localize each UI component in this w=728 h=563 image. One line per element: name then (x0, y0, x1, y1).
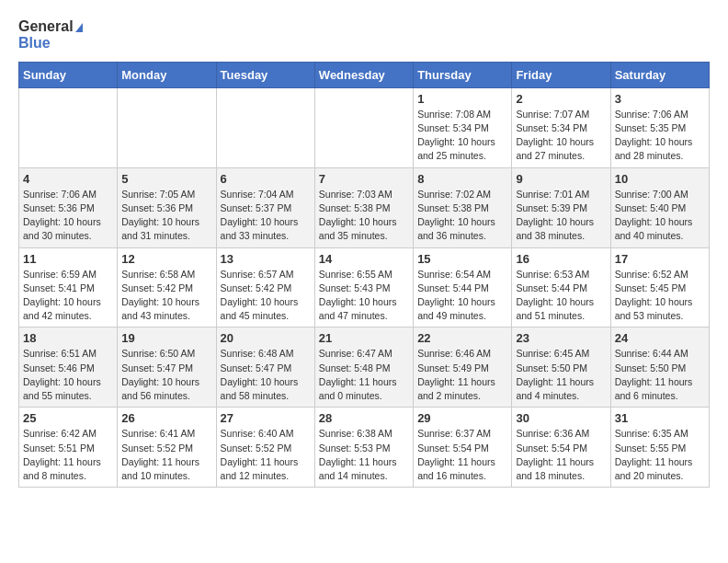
calendar-table: SundayMondayTuesdayWednesdayThursdayFrid… (18, 62, 710, 488)
column-header-saturday: Saturday (610, 62, 709, 87)
calendar-day-14: 14Sunrise: 6:55 AM Sunset: 5:43 PM Dayli… (314, 247, 413, 327)
day-number: 26 (121, 411, 211, 425)
column-header-wednesday: Wednesday (314, 62, 413, 87)
calendar-day-24: 24Sunrise: 6:44 AM Sunset: 5:50 PM Dayli… (610, 327, 709, 408)
day-info: Sunrise: 7:04 AM Sunset: 5:37 PM Dayligh… (221, 188, 311, 244)
column-header-tuesday: Tuesday (216, 62, 314, 87)
calendar-day-16: 16Sunrise: 6:53 AM Sunset: 5:44 PM Dayli… (512, 247, 610, 327)
calendar-day-11: 11Sunrise: 6:59 AM Sunset: 5:41 PM Dayli… (19, 247, 118, 327)
calendar-day-17: 17Sunrise: 6:52 AM Sunset: 5:45 PM Dayli… (610, 247, 709, 327)
calendar-day-7: 7Sunrise: 7:03 AM Sunset: 5:38 PM Daylig… (314, 167, 413, 247)
day-info: Sunrise: 6:52 AM Sunset: 5:45 PM Dayligh… (615, 268, 705, 324)
day-info: Sunrise: 6:59 AM Sunset: 5:41 PM Dayligh… (23, 268, 113, 324)
calendar-day-21: 21Sunrise: 6:47 AM Sunset: 5:48 PM Dayli… (314, 327, 413, 408)
day-info: Sunrise: 6:42 AM Sunset: 5:51 PM Dayligh… (23, 427, 113, 483)
day-info: Sunrise: 6:47 AM Sunset: 5:48 PM Dayligh… (319, 347, 409, 403)
calendar-day-13: 13Sunrise: 6:57 AM Sunset: 5:42 PM Dayli… (216, 247, 314, 327)
logo-general: General (18, 18, 83, 35)
logo: General Blue (18, 18, 83, 52)
calendar-day-29: 29Sunrise: 6:37 AM Sunset: 5:54 PM Dayli… (414, 408, 512, 488)
day-number: 10 (615, 172, 705, 186)
calendar-day-15: 15Sunrise: 6:54 AM Sunset: 5:44 PM Dayli… (414, 247, 512, 327)
calendar-day-28: 28Sunrise: 6:38 AM Sunset: 5:53 PM Dayli… (314, 408, 413, 488)
column-header-monday: Monday (118, 62, 216, 87)
day-info: Sunrise: 6:38 AM Sunset: 5:53 PM Dayligh… (319, 427, 409, 483)
calendar-day-5: 5Sunrise: 7:05 AM Sunset: 5:36 PM Daylig… (118, 167, 216, 247)
calendar-day-8: 8Sunrise: 7:02 AM Sunset: 5:38 PM Daylig… (414, 167, 512, 247)
day-number: 18 (23, 331, 113, 345)
calendar-day-20: 20Sunrise: 6:48 AM Sunset: 5:47 PM Dayli… (216, 327, 314, 408)
day-info: Sunrise: 7:03 AM Sunset: 5:38 PM Dayligh… (319, 188, 409, 244)
day-number: 8 (417, 172, 507, 186)
day-info: Sunrise: 7:08 AM Sunset: 5:34 PM Dayligh… (417, 108, 507, 164)
day-number: 16 (516, 252, 606, 266)
calendar-week-4: 18Sunrise: 6:51 AM Sunset: 5:46 PM Dayli… (19, 327, 710, 408)
day-number: 20 (221, 331, 311, 345)
day-number: 27 (221, 411, 311, 425)
day-info: Sunrise: 6:45 AM Sunset: 5:50 PM Dayligh… (516, 347, 606, 403)
day-number: 31 (615, 411, 705, 425)
column-header-thursday: Thursday (414, 62, 512, 87)
day-number: 5 (121, 172, 211, 186)
column-header-friday: Friday (512, 62, 610, 87)
day-info: Sunrise: 7:07 AM Sunset: 5:34 PM Dayligh… (516, 108, 606, 164)
calendar-day-10: 10Sunrise: 7:00 AM Sunset: 5:40 PM Dayli… (610, 167, 709, 247)
day-number: 6 (221, 172, 311, 186)
empty-cell (314, 87, 413, 167)
calendar-day-30: 30Sunrise: 6:36 AM Sunset: 5:54 PM Dayli… (512, 408, 610, 488)
empty-cell (118, 87, 216, 167)
calendar-week-2: 4Sunrise: 7:06 AM Sunset: 5:36 PM Daylig… (19, 167, 710, 247)
day-info: Sunrise: 6:37 AM Sunset: 5:54 PM Dayligh… (417, 427, 507, 483)
calendar-day-25: 25Sunrise: 6:42 AM Sunset: 5:51 PM Dayli… (19, 408, 118, 488)
day-info: Sunrise: 6:35 AM Sunset: 5:55 PM Dayligh… (615, 427, 705, 483)
day-info: Sunrise: 6:36 AM Sunset: 5:54 PM Dayligh… (516, 427, 606, 483)
day-number: 9 (516, 172, 606, 186)
day-number: 29 (417, 411, 507, 425)
calendar-day-19: 19Sunrise: 6:50 AM Sunset: 5:47 PM Dayli… (118, 327, 216, 408)
day-info: Sunrise: 6:44 AM Sunset: 5:50 PM Dayligh… (615, 347, 705, 403)
day-number: 28 (319, 411, 409, 425)
day-number: 25 (23, 411, 113, 425)
day-info: Sunrise: 6:50 AM Sunset: 5:47 PM Dayligh… (121, 347, 211, 403)
calendar-day-22: 22Sunrise: 6:46 AM Sunset: 5:49 PM Dayli… (414, 327, 512, 408)
day-number: 12 (121, 252, 211, 266)
empty-cell (216, 87, 314, 167)
calendar-week-3: 11Sunrise: 6:59 AM Sunset: 5:41 PM Dayli… (19, 247, 710, 327)
calendar-day-18: 18Sunrise: 6:51 AM Sunset: 5:46 PM Dayli… (19, 327, 118, 408)
page-header: General Blue (18, 18, 710, 52)
day-number: 14 (319, 252, 409, 266)
day-info: Sunrise: 7:02 AM Sunset: 5:38 PM Dayligh… (417, 188, 507, 244)
day-info: Sunrise: 6:41 AM Sunset: 5:52 PM Dayligh… (121, 427, 211, 483)
day-info: Sunrise: 6:40 AM Sunset: 5:52 PM Dayligh… (221, 427, 311, 483)
day-info: Sunrise: 6:53 AM Sunset: 5:44 PM Dayligh… (516, 268, 606, 324)
day-info: Sunrise: 7:00 AM Sunset: 5:40 PM Dayligh… (615, 188, 705, 244)
day-info: Sunrise: 7:06 AM Sunset: 5:36 PM Dayligh… (23, 188, 113, 244)
calendar-day-27: 27Sunrise: 6:40 AM Sunset: 5:52 PM Dayli… (216, 408, 314, 488)
calendar-week-1: 1Sunrise: 7:08 AM Sunset: 5:34 PM Daylig… (19, 87, 710, 167)
day-number: 4 (23, 172, 113, 186)
day-number: 30 (516, 411, 606, 425)
day-info: Sunrise: 7:06 AM Sunset: 5:35 PM Dayligh… (615, 108, 705, 164)
day-number: 19 (121, 331, 211, 345)
day-info: Sunrise: 6:46 AM Sunset: 5:49 PM Dayligh… (417, 347, 507, 403)
day-number: 1 (417, 92, 507, 106)
calendar-day-31: 31Sunrise: 6:35 AM Sunset: 5:55 PM Dayli… (610, 408, 709, 488)
calendar-day-9: 9Sunrise: 7:01 AM Sunset: 5:39 PM Daylig… (512, 167, 610, 247)
day-number: 3 (615, 92, 705, 106)
day-number: 23 (516, 331, 606, 345)
day-info: Sunrise: 6:48 AM Sunset: 5:47 PM Dayligh… (221, 347, 311, 403)
calendar-week-5: 25Sunrise: 6:42 AM Sunset: 5:51 PM Dayli… (19, 408, 710, 488)
day-number: 7 (319, 172, 409, 186)
day-info: Sunrise: 6:51 AM Sunset: 5:46 PM Dayligh… (23, 347, 113, 403)
day-number: 22 (417, 331, 507, 345)
empty-cell (19, 87, 118, 167)
day-number: 15 (417, 252, 507, 266)
calendar-day-12: 12Sunrise: 6:58 AM Sunset: 5:42 PM Dayli… (118, 247, 216, 327)
day-info: Sunrise: 7:01 AM Sunset: 5:39 PM Dayligh… (516, 188, 606, 244)
day-number: 24 (615, 331, 705, 345)
calendar-header-row: SundayMondayTuesdayWednesdayThursdayFrid… (19, 62, 710, 87)
calendar-day-3: 3Sunrise: 7:06 AM Sunset: 5:35 PM Daylig… (610, 87, 709, 167)
day-number: 13 (221, 252, 311, 266)
calendar-day-26: 26Sunrise: 6:41 AM Sunset: 5:52 PM Dayli… (118, 408, 216, 488)
day-number: 21 (319, 331, 409, 345)
